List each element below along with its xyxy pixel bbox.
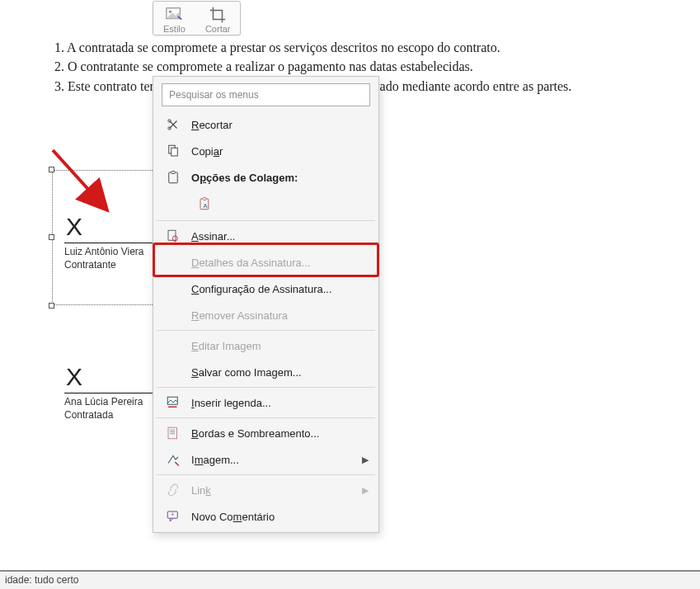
menu-borders-shading[interactable]: Bordas e Sombreamento... [153, 420, 378, 446]
borders-icon [163, 426, 183, 441]
resize-handle[interactable] [49, 303, 54, 309]
scissors-icon [163, 117, 183, 132]
svg-rect-6 [171, 148, 178, 156]
chevron-right-icon: ▶ [362, 485, 369, 496]
context-menu: Pesquisar os menus Recortar Copiar Opçõe… [153, 76, 379, 533]
svg-rect-10 [203, 198, 206, 200]
clipboard-icon [163, 170, 183, 185]
image-tools-icon [163, 452, 183, 467]
menu-copy[interactable]: Copiar [153, 138, 378, 164]
status-bar: idade: tudo certo [0, 571, 700, 589]
doc-line-2: 2. O contratante se compromete a realiza… [54, 58, 684, 76]
crop-icon [208, 6, 228, 24]
link-icon [163, 483, 183, 497]
menu-search-input[interactable]: Pesquisar os menus [162, 83, 370, 106]
chevron-right-icon: ▶ [362, 455, 369, 465]
mini-toolbar: Estilo Cortar [153, 1, 241, 35]
comment-icon: + [163, 509, 183, 524]
menu-signature-details: Detalhes da Assinatura... [153, 249, 378, 276]
svg-rect-8 [171, 172, 176, 174]
annotation-arrow-icon [43, 145, 125, 219]
menu-new-comment[interactable]: + Novo Comentário [153, 503, 378, 530]
svg-rect-12 [168, 230, 176, 240]
menu-paste-options-header: Opções de Colagem: [153, 164, 378, 191]
paste-keep-text-button[interactable]: A [193, 192, 218, 215]
status-text: idade: tudo certo [5, 574, 78, 586]
doc-line-1: 1. A contratada se compromete a prestar … [54, 39, 684, 57]
caption-icon [163, 395, 183, 410]
svg-line-0 [53, 150, 101, 203]
crop-label: Cortar [205, 24, 231, 34]
menu-image-submenu[interactable]: Imagem... ▶ [153, 446, 378, 473]
copy-icon [163, 144, 183, 158]
menu-edit-image: Editar Imagem [153, 332, 378, 359]
menu-sign[interactable]: Assinar... [153, 223, 378, 249]
menu-link-submenu: Link ▶ [153, 477, 378, 503]
style-label: Estilo [163, 24, 186, 34]
svg-point-2 [169, 11, 171, 13]
style-button[interactable]: Estilo [155, 4, 194, 34]
menu-cut[interactable]: Recortar [153, 111, 378, 138]
menu-remove-signature: Remover Assinatura [153, 302, 378, 328]
menu-signature-setup[interactable]: Configuração de Assinatura... [153, 276, 378, 302]
paste-options-row: A [153, 191, 378, 219]
menu-save-as-image[interactable]: Salvar como Imagem... [153, 359, 378, 385]
menu-insert-caption[interactable]: Inserir legenda... [153, 389, 378, 416]
crop-button[interactable]: Cortar [197, 4, 239, 34]
svg-text:A: A [203, 202, 207, 210]
sign-document-icon [163, 229, 183, 243]
svg-rect-16 [168, 427, 177, 439]
picture-style-icon [164, 6, 184, 24]
svg-text:+: + [171, 511, 174, 517]
resize-handle[interactable] [49, 234, 54, 240]
clipboard-text-icon: A [198, 196, 213, 211]
